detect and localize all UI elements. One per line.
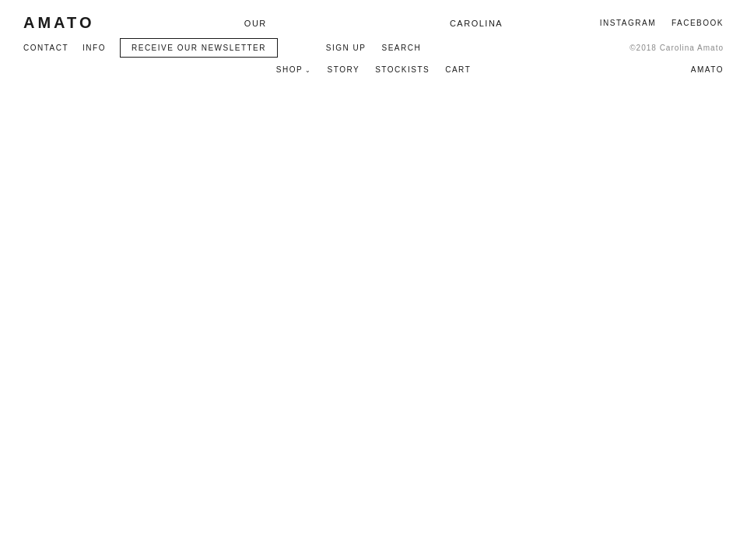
shop-dropdown[interactable]: SHOP ⌄ [276,65,312,74]
header-third-row: SHOP ⌄ STORY STOCKISTS CART AMATO [0,58,747,74]
info-link[interactable]: INFO [82,44,106,52]
contact-link[interactable]: CONTACT [23,44,68,52]
search-link[interactable]: SEARCH [381,44,421,52]
cart-link[interactable]: CART [445,65,471,74]
newsletter-button[interactable]: RECEIVE OUR NEWSLETTER [120,38,278,58]
header-second-right: ©2018 Carolina Amato [630,44,724,52]
facebook-link[interactable]: FACEBOOK [672,19,724,27]
header-top-row: AMATO OUR CAROLINA INSTAGRAM FACEBOOK [0,0,747,32]
carolina-label: CAROLINA [450,19,503,28]
instagram-link[interactable]: INSTAGRAM [600,19,656,27]
copyright-text: ©2018 Carolina Amato [630,44,724,52]
header-top-right: INSTAGRAM FACEBOOK [600,19,724,27]
shop-nav: SHOP ⌄ STORY STOCKISTS CART [276,65,471,74]
header-second-row: CONTACT INFO RECEIVE OUR NEWSLETTER SIGN… [0,32,747,58]
story-link[interactable]: STORY [328,65,360,74]
site-logo[interactable]: AMATO [23,14,94,32]
header-top-center: OUR CAROLINA [244,16,503,30]
our-label: OUR [244,19,267,28]
chevron-down-icon: ⌄ [305,67,312,74]
amato-label: AMATO [691,65,724,74]
sign-up-link[interactable]: SIGN UP [326,44,366,52]
header-second-center: SIGN UP SEARCH [326,44,421,52]
main-content [0,74,747,541]
shop-label: SHOP [276,65,303,74]
header-second-left: CONTACT INFO RECEIVE OUR NEWSLETTER [23,38,278,58]
stockists-link[interactable]: STOCKISTS [375,65,430,74]
